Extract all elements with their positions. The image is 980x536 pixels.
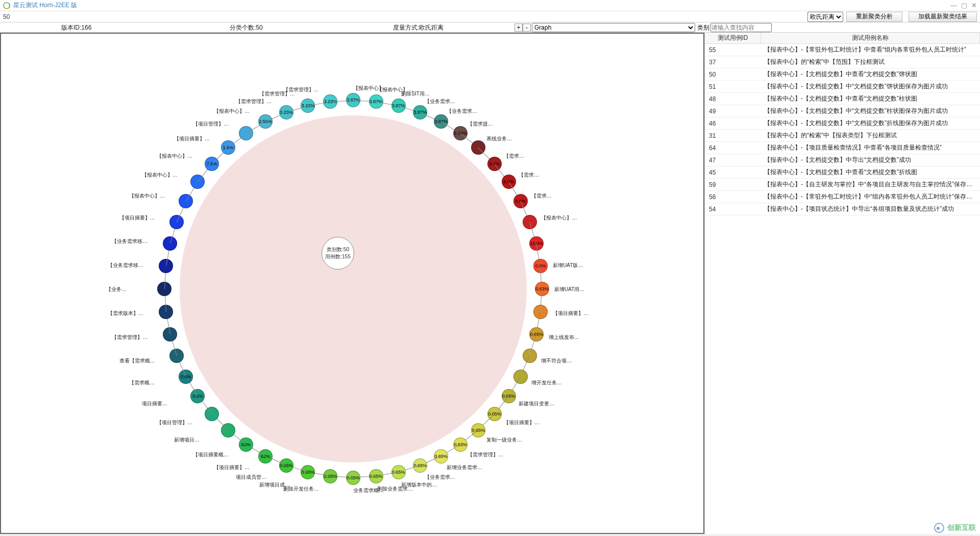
cluster-node-label: 【需求… [531, 192, 552, 200]
cluster-node[interactable] [523, 349, 537, 363]
cluster-node-label: 【需求… [519, 172, 539, 179]
load-latest-button[interactable]: 加载最新聚类结果 [909, 12, 977, 22]
cluster-node[interactable]: 0.65% [301, 465, 315, 479]
cell-id: 47 [705, 157, 761, 164]
cluster-node-label: 【业务需求移… [112, 238, 148, 245]
page-number: 50 [0, 13, 20, 20]
col-header-id[interactable]: 测试用例ID [705, 33, 761, 43]
cell-name: 【报表中心】-【常驻外包工时统计】中查看“组内各常驻外包人员工时统计” [761, 45, 980, 54]
cell-id: 50 [705, 71, 761, 78]
table-row[interactable]: 51【报表中心】-【文档提交数】中“文档提交数”饼状图保存为图片成功 [705, 81, 980, 93]
cluster-node-label: 基线业务… [486, 135, 512, 142]
cluster-node-label: 【项目摘要】… [553, 310, 589, 317]
cluster-node-label: 新建项目变更… [519, 400, 554, 407]
window-title: 星云测试 Horn-J2EE 版 [13, 1, 77, 10]
cell-id: 37 [705, 59, 761, 66]
cluster-node[interactable] [169, 349, 184, 363]
cluster-node[interactable]: 0.63% [535, 282, 549, 296]
cell-name: 【报表中心】-【文档提交数】中“文档提交数”饼状图保存为图片成功 [761, 82, 980, 91]
cell-name: 【报表中心】-【自主研发与掌控】中“各项目自主研发与自主掌控情况”保存… [761, 180, 980, 189]
cluster-canvas[interactable]: 类别数:50 用例数:155 3.87%【报表中心】…3.87%【报表中心】…3… [0, 33, 704, 534]
cluster-node[interactable]: 0.65% [346, 471, 360, 485]
cluster-node-label: 业务需求概… [353, 487, 384, 494]
cell-name: 【报表中心】-【文档提交数】中“文档提交数”折线图保存为图片成功 [761, 119, 980, 128]
center-summary-bubble: 类别数:50 用例数:155 [322, 237, 354, 270]
cluster-node-label: 项目成员管… [236, 474, 266, 481]
cluster-node-label: 项目摘要… [142, 400, 167, 407]
cluster-node-label: 【项目摘要】… [119, 214, 155, 222]
cluster-node[interactable]: 0.65% [413, 458, 427, 473]
cluster-node-label: 【需求提… [468, 120, 493, 128]
cell-id: 45 [705, 169, 761, 176]
brand-text: 创新互联 [947, 523, 976, 532]
table-row[interactable]: 37【报表中心】的“检索”中【范围】下拉框测试 [705, 56, 980, 68]
center-casecount: 用例数:155 [325, 253, 350, 260]
cell-name: 【报表中心】-【文档提交数】中导出“文档提交数”成功 [761, 156, 980, 164]
cluster-node-label: 增开发任务… [531, 379, 562, 386]
cluster-node-label: 【需求管理】… [283, 86, 319, 93]
cluster-node-label: 【需求管理】… [236, 98, 272, 105]
table-row[interactable]: 48【报表中心】-【文档提交数】中查看“文档提交数”柱状图 [705, 93, 980, 105]
window-close-icon[interactable]: ✕ [971, 2, 977, 9]
cell-name: 【报表中心】的“检索”中【报表类型】下拉框测试 [761, 131, 980, 140]
cluster-node-label: 【需求管理】… [468, 451, 503, 458]
cell-id: 49 [705, 108, 761, 115]
cluster-node-label: 删除SIT用… [401, 90, 430, 98]
table-row[interactable]: 50【报表中心】-【文档提交数】中查看“文档提交数”饼状图 [705, 68, 980, 81]
table-row[interactable]: 49【报表中心】-【文档提交数】中“文档提交数”柱状图保存为图片成功 [705, 105, 980, 117]
table-row[interactable]: 31【报表中心】的“检索”中【报表类型】下拉框测试 [705, 130, 980, 142]
app-logo-icon [3, 2, 10, 9]
metric-select[interactable]: 欧氏距离 [807, 12, 843, 22]
cluster-node-label: 【项目摘要】… [214, 464, 250, 471]
sidebar-rows: 55【报表中心】-【常驻外包工时统计】中查看“组内各常驻外包人员工时统计”37【… [705, 44, 980, 534]
cell-name: 【报表中心】-【常驻外包工时统计】中“组内各常驻外包人员工时统计”保存… [761, 192, 980, 201]
cell-id: 51 [705, 83, 761, 90]
table-row[interactable]: 54【报表中心】-【项目状态统计】中导出“各组项目数量及状态统计”成功 [705, 203, 980, 215]
cell-id: 31 [705, 132, 761, 139]
window-maximize-icon[interactable]: ▢ [961, 2, 967, 9]
testcase-sidebar: 测试用例ID 测试用例名称 55【报表中心】-【常驻外包工时统计】中查看“组内各… [704, 33, 980, 534]
cell-name: 【报表中心】的“检索”中【范围】下拉框测试 [761, 58, 980, 66]
titlebar: 星云测试 Horn-J2EE 版 — ▢ ✕ [0, 0, 980, 11]
cell-name: 【报表中心】-【文档提交数】中“文档提交数”柱状图保存为图片成功 [761, 107, 980, 115]
cell-name: 【报表中心】-【项目质量检查情况】中查看“各项目质量检查情况” [761, 143, 980, 152]
table-row[interactable]: 64【报表中心】-【项目质量检查情况】中查看“各项目质量检查情况” [705, 142, 980, 154]
zoom-in-button[interactable]: + [514, 23, 523, 32]
cluster-node-label: 【项目摘要】… [504, 419, 540, 426]
cluster-node[interactable] [159, 259, 173, 273]
cluster-node[interactable] [163, 236, 177, 251]
cell-id: 46 [705, 120, 761, 127]
cluster-node[interactable]: 0.65% [529, 327, 544, 342]
reanalyze-button[interactable]: 重新聚类分析 [846, 12, 902, 22]
cluster-node[interactable] [533, 305, 548, 319]
search-input[interactable] [710, 23, 772, 32]
cell-id: 54 [705, 206, 761, 213]
cluster-node[interactable]: 0.6% [179, 370, 193, 384]
cluster-node-label: 增上线发布… [549, 334, 579, 341]
cluster-node[interactable]: 0.65% [323, 469, 337, 483]
cluster-node[interactable]: 0.65% [471, 423, 485, 437]
table-row[interactable]: 47【报表中心】-【文档提交数】中导出“文档提交数”成功 [705, 154, 980, 166]
cluster-node[interactable]: 0.65% [487, 407, 502, 421]
col-header-name[interactable]: 测试用例名称 [761, 33, 980, 43]
table-row[interactable]: 59【报表中心】-【自主研发与掌控】中“各项目自主研发与自主掌控情况”保存… [705, 179, 980, 191]
cluster-node-label: 【业务需求移… [108, 262, 143, 269]
cluster-background-circle [180, 115, 527, 462]
table-row[interactable]: 55【报表中心】-【常驻外包工时统计】中查看“组内各常驻外包人员工时统计” [705, 44, 980, 56]
cluster-node-label: 【报表中心】… [157, 153, 192, 160]
table-row[interactable]: 45【报表中心】-【文档提交数】中查看“文档提交数”折线图 [705, 166, 980, 179]
center-classcount: 类别数:50 [327, 246, 349, 253]
window-minimize-icon[interactable]: — [950, 2, 957, 9]
info-bar: 版本ID:166 分类个数:50 度量方式:欧氏距离 + - Graph 类别 [0, 22, 980, 33]
table-row[interactable]: 46【报表中心】-【文档提交数】中“文档提交数”折线图保存为图片成功 [705, 117, 980, 130]
cell-id: 48 [705, 95, 761, 103]
cell-name: 【报表中心】-【文档提交数】中查看“文档提交数”柱状图 [761, 94, 980, 103]
zoom-out-button[interactable]: - [523, 23, 531, 32]
cluster-node-label: 【需求概… [129, 379, 155, 386]
table-row[interactable]: 56【报表中心】-【常驻外包工时统计】中“组内各常驻外包人员工时统计”保存… [705, 191, 980, 203]
cluster-node-label: 【项目摘要】… [174, 135, 210, 142]
cluster-node-label: 【需求版本】… [108, 310, 143, 317]
cluster-node-label: 【需求… [504, 153, 524, 160]
graph-mode-select[interactable]: Graph [532, 23, 695, 32]
brand-watermark: 创新互联 [934, 523, 976, 533]
